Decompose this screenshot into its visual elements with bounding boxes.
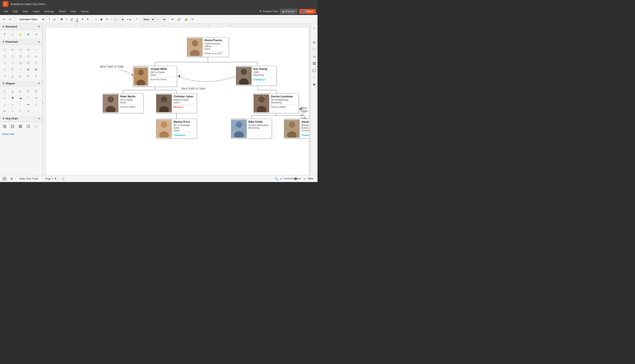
node-eric[interactable]: Eric Huang CMO Marketing Champion	[236, 66, 277, 86]
fc-crv[interactable]: ⊃	[25, 73, 31, 79]
sh-arrow-u[interactable]: ↑	[18, 102, 23, 107]
undo-button[interactable]: ↩	[2, 17, 7, 22]
flowchart-section-header[interactable]: ▼ Flowchart ✕	[0, 39, 42, 45]
present-button[interactable]: ▶ Present	[280, 9, 297, 14]
sh-cloud[interactable]: ☁	[18, 95, 23, 101]
oc-tree4[interactable]: ⊡	[25, 124, 31, 129]
oc-tree2[interactable]: ⊟	[10, 124, 16, 129]
sh-arrow-h[interactable]: ↔	[10, 102, 16, 107]
fc-pent2[interactable]: ⬠	[25, 60, 31, 66]
fc-x[interactable]: ⊗	[33, 66, 39, 72]
fc-s7[interactable]: □	[2, 73, 8, 79]
sh-hex2[interactable]: ⬡	[33, 88, 39, 94]
node-abram[interactable]: Abram Gibbs Marketing Automation Growth …	[284, 119, 309, 138]
sh-curved[interactable]: ↩	[2, 108, 8, 114]
fc-s2[interactable]: □	[10, 53, 16, 59]
sh-arrow-dh[interactable]: ⇔	[25, 102, 31, 107]
fc-angle[interactable]: ⌐	[33, 47, 39, 52]
fc-doc[interactable]: ⌇	[33, 73, 39, 79]
arrow-style-select[interactable]: →	[155, 17, 166, 22]
connection-style-select[interactable]: None	[143, 17, 155, 22]
flowchart-close-icon[interactable]: ✕	[38, 40, 40, 44]
feature-find-button[interactable]: 🔭 Feature Find	[259, 10, 278, 13]
fc-plus[interactable]: ⊕	[25, 66, 31, 72]
sh-rt[interactable]: ▷	[18, 88, 23, 94]
shapes-section-header[interactable]: ▼ Shapes ✕	[0, 81, 42, 86]
fc-tri[interactable]: △	[10, 73, 16, 79]
format-icon[interactable]: ✱	[312, 82, 317, 87]
font-family-select[interactable]: Liberation Sans	[17, 16, 45, 22]
line-color-button[interactable]: ✏	[105, 17, 110, 22]
fc-rect[interactable]: □	[2, 47, 8, 52]
oc-box[interactable]: □	[33, 124, 39, 129]
text-format-button[interactable]: Ŧ	[86, 17, 90, 22]
fc-oval[interactable]: ⬭	[18, 47, 23, 52]
standard-section-header[interactable]: ▼ Standard ✕	[0, 24, 42, 30]
shape-green[interactable]: ■	[25, 32, 31, 37]
link-button[interactable]: 🔗	[176, 17, 182, 22]
resize-icon[interactable]: ↔	[312, 75, 317, 80]
fc-arrow-r[interactable]: ▷	[18, 73, 23, 79]
image-icon[interactable]: 🖼	[312, 61, 317, 66]
sh-heart[interactable]: ♡	[25, 95, 31, 101]
oc-tree3[interactable]: ⊠	[18, 124, 23, 129]
menu-share[interactable]: Share	[57, 9, 68, 14]
menu-file[interactable]: File	[2, 9, 10, 14]
comment-icon[interactable]: 💬	[312, 68, 317, 73]
fc-rect2[interactable]: ▭	[25, 47, 31, 52]
crop-button[interactable]: ✂	[190, 17, 195, 22]
zoom-slider[interactable]	[283, 178, 301, 179]
node-maxine[interactable]: Maxine D'Arc Dir. of Strategic Sales Sal…	[156, 119, 197, 138]
sh-rect[interactable]: □	[2, 88, 8, 94]
shape-text[interactable]: T	[2, 32, 8, 37]
shapes-close-icon[interactable]: ✕	[38, 82, 40, 85]
fc-para[interactable]: ▱	[33, 53, 39, 59]
orgchart-section-header[interactable]: ▼ Org Chart ✕	[0, 116, 42, 122]
sh-cir[interactable]: ○	[2, 95, 8, 101]
page-selector[interactable]: Page 2 ▼	[43, 176, 59, 181]
sh-arrow-v[interactable]: ↕	[33, 102, 39, 107]
align-button[interactable]: ≡	[80, 17, 85, 22]
fc-diamond[interactable]: ◇	[10, 47, 16, 52]
menu-saved[interactable]: Saved	[79, 9, 91, 14]
fc-circle[interactable]: ○	[18, 66, 23, 72]
layers-icon[interactable]: 🗂	[312, 54, 317, 59]
fc-s3[interactable]: □	[2, 60, 8, 66]
node-gloria[interactable]: Gloria Francis Chief Revenue Officer Sal…	[187, 37, 229, 57]
grid-view-button[interactable]: ⊞	[9, 176, 14, 181]
grid-icon[interactable]: ⊞	[312, 40, 317, 45]
menu-insert[interactable]: Insert	[31, 9, 42, 14]
node-peter[interactable]: Peter Martin VP of Sales Sales Decision …	[103, 94, 144, 113]
line-options-button[interactable]: ↗	[134, 17, 139, 22]
fc-hex[interactable]: ⬡	[18, 53, 23, 59]
font-size-input[interactable]	[46, 16, 53, 22]
sh-hex[interactable]: ⬡	[25, 88, 31, 94]
fc-s6[interactable]: □	[2, 66, 8, 72]
extra-options-button[interactable]: ⇌	[170, 17, 175, 22]
sh-diam[interactable]: ◇	[25, 108, 31, 114]
menu-help[interactable]: Help	[69, 9, 79, 14]
fc-tri-down[interactable]: ▽	[10, 66, 16, 72]
standard-close-icon[interactable]: ✕	[38, 25, 40, 28]
redo-button[interactable]: ↪	[8, 17, 13, 22]
zoom-in-button[interactable]: +	[302, 176, 307, 181]
node-billy[interactable]: Billy Childs Product Marketing Marketing	[231, 119, 272, 138]
sh-arrow-r[interactable]: ⇒	[33, 95, 39, 101]
tab-sales-rep-chart[interactable]: Sales Rep Chart	[16, 176, 41, 181]
underline-button[interactable]: U	[69, 17, 74, 22]
import-data-link[interactable]: Import Data	[0, 131, 42, 137]
sh-arrow-d[interactable]: ↓	[2, 102, 8, 107]
shape-button[interactable]: □	[94, 17, 98, 22]
sh-plus[interactable]: ✚	[10, 95, 16, 101]
list-view-button[interactable]: ☰	[2, 176, 7, 181]
italic-button[interactable]: I	[65, 17, 69, 22]
shape-rect[interactable]: □	[10, 32, 16, 37]
fc-pent[interactable]: ⬠	[18, 60, 23, 66]
shape-arrow[interactable]: ↗	[33, 32, 39, 37]
page-icon[interactable]: 📄	[312, 32, 317, 38]
drawing-canvas[interactable]: Best Path of Sale Best Path of Sale Best…	[46, 27, 309, 175]
sh-star[interactable]: ☆	[18, 108, 23, 114]
add-page-button[interactable]: +	[61, 176, 66, 181]
fc-s5[interactable]: □	[33, 60, 39, 66]
expand-icon[interactable]: ⤢	[312, 26, 317, 31]
